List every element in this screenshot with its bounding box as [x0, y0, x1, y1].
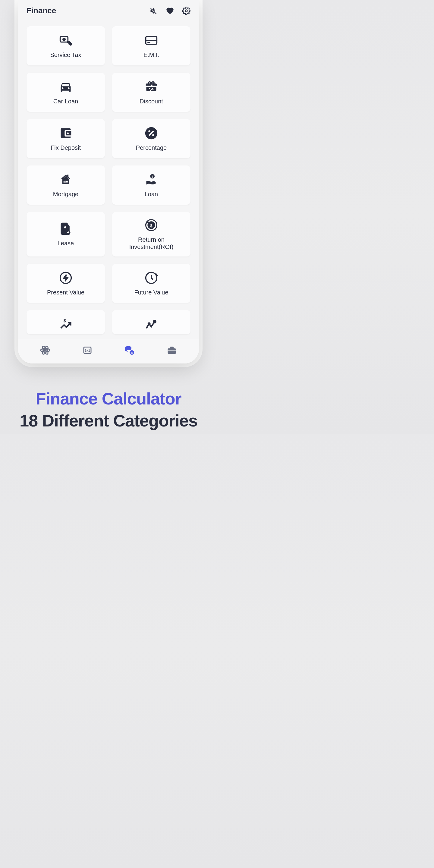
- nav-briefcase-icon[interactable]: [166, 345, 177, 355]
- svg-point-3: [67, 41, 69, 43]
- card-future-value[interactable]: Future Value: [112, 264, 190, 303]
- nav-calculator-icon[interactable]: 1+1: [82, 345, 93, 355]
- card-label: Discount: [140, 98, 163, 105]
- calculator-grid: Service Tax E.M.I. Car Loan Discount: [18, 22, 199, 339]
- card-label: Future Value: [134, 289, 168, 296]
- megaphone-off-icon[interactable]: [150, 7, 158, 15]
- svg-point-29: [44, 349, 46, 351]
- page-title: Finance: [27, 6, 56, 16]
- svg-point-2: [63, 38, 65, 40]
- money-percent-icon: [59, 34, 72, 47]
- app-header: Finance: [18, 0, 199, 22]
- card-label: Car Loan: [53, 98, 78, 105]
- document-house-icon: [59, 222, 72, 236]
- heart-icon[interactable]: [166, 7, 174, 15]
- card-loan[interactable]: $ Loan: [112, 165, 190, 205]
- card-discount[interactable]: Discount: [112, 73, 190, 112]
- card-service-tax[interactable]: Service Tax: [27, 26, 105, 65]
- svg-text:1+1: 1+1: [85, 349, 90, 352]
- phone-screen: Finance Service Tax: [18, 0, 199, 364]
- car-icon: [59, 80, 72, 93]
- promo-section: Finance Calculator 18 Different Categori…: [0, 389, 217, 430]
- svg-point-11: [152, 134, 154, 136]
- card-label: Loan: [145, 190, 158, 198]
- svg-point-24: [153, 321, 156, 323]
- analytics-icon: [145, 319, 158, 332]
- card-label: E.M.I.: [144, 51, 159, 59]
- svg-point-10: [148, 130, 150, 132]
- card-partial-left[interactable]: $: [27, 310, 105, 334]
- card-emi[interactable]: E.M.I.: [112, 26, 190, 65]
- nav-coins-icon[interactable]: $: [124, 345, 135, 355]
- credit-card-icon: [145, 34, 158, 47]
- bottom-nav: 1+1 $: [18, 339, 199, 364]
- card-label: Present Value: [47, 289, 84, 296]
- svg-text:SELL: SELL: [64, 181, 68, 183]
- svg-point-0: [185, 10, 187, 12]
- card-label: Fix Deposit: [51, 144, 81, 151]
- wallet-icon: [59, 127, 72, 140]
- svg-text:$: $: [131, 351, 133, 354]
- card-car-loan[interactable]: Car Loan: [27, 73, 105, 112]
- card-partial-right[interactable]: [112, 310, 190, 334]
- promo-title: Finance Calculator: [0, 389, 217, 408]
- svg-text:$: $: [64, 319, 66, 323]
- chart-up-icon: $: [59, 319, 72, 332]
- house-sell-icon: SELL: [59, 173, 72, 186]
- card-mortgage[interactable]: SELL Mortgage: [27, 165, 105, 205]
- svg-point-4: [70, 43, 72, 45]
- roi-circle-icon: $: [145, 218, 158, 232]
- card-label: Lease: [58, 240, 74, 247]
- clock-forward-icon: [145, 271, 158, 284]
- percentage-circle-icon: [145, 127, 158, 140]
- card-label: Return on Investment(ROI): [116, 236, 187, 250]
- gear-icon[interactable]: [182, 7, 190, 15]
- card-present-value[interactable]: Present Value: [27, 264, 105, 303]
- svg-point-25: [148, 323, 150, 325]
- svg-rect-35: [168, 348, 176, 354]
- lightning-circle-icon: [59, 271, 72, 284]
- header-icons: [150, 7, 190, 15]
- card-label: Mortgage: [53, 190, 79, 198]
- card-fix-deposit[interactable]: Fix Deposit: [27, 119, 105, 158]
- promo-subtitle: 18 Different Categories: [0, 411, 217, 430]
- hand-coin-icon: $: [145, 173, 158, 186]
- card-label: Service Tax: [50, 51, 81, 59]
- svg-text:$: $: [150, 223, 152, 228]
- discount-ticket-icon: [145, 80, 158, 93]
- phone-frame: Finance Service Tax: [18, 0, 199, 364]
- card-lease[interactable]: Lease: [27, 212, 105, 256]
- card-percentage[interactable]: Percentage: [112, 119, 190, 158]
- card-roi[interactable]: $ Return on Investment(ROI): [112, 212, 190, 256]
- svg-text:$: $: [152, 175, 153, 178]
- card-label: Percentage: [136, 144, 167, 151]
- nav-atom-icon[interactable]: [40, 345, 51, 355]
